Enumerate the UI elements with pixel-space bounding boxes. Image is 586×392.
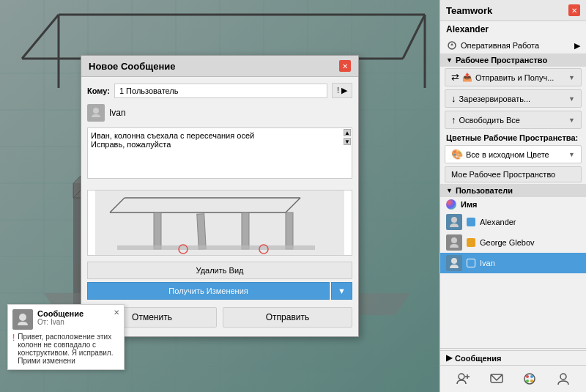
modal-titlebar: Новое Сообщение ✕ <box>81 56 358 77</box>
svg-point-53 <box>451 258 457 264</box>
notification-body: ! Привет, расположение этих колонн не со… <box>12 333 119 365</box>
from-label: От: <box>37 318 48 326</box>
notification-title: Сообщение <box>37 309 109 318</box>
to-value[interactable]: 1 Пользователь <box>114 84 327 98</box>
all-original-label: Все в исходном Цвете <box>466 150 549 159</box>
svg-point-63 <box>560 374 566 380</box>
users-chevron: ▼ <box>446 187 453 194</box>
svg-point-49 <box>19 314 26 321</box>
color-palette-icon[interactable] <box>521 370 538 388</box>
modal-body: Кому: 1 Пользователь ! ▶ Ivan ▲ <box>81 77 358 336</box>
svg-point-54 <box>459 374 464 380</box>
get-changes-button[interactable]: Получить Изменения <box>87 282 330 300</box>
user-item-george[interactable]: George Glebov <box>440 232 586 253</box>
notification-close[interactable]: ✕ <box>114 309 119 317</box>
alexander-color-dot <box>467 218 475 226</box>
svg-point-62 <box>530 380 533 382</box>
messages-chevron: ▶ <box>446 353 452 363</box>
user-row: Ivan <box>87 103 352 123</box>
add-user-icon[interactable] <box>454 370 472 388</box>
message-dialog: Новое Сообщение ✕ Кому: 1 Пользователь !… <box>81 55 359 337</box>
notification-from: От: Ivan <box>37 318 109 326</box>
from-user: Ivan <box>51 318 64 326</box>
svg-rect-42 <box>154 212 161 249</box>
reserve-label: Зарезервировать... <box>459 95 531 103</box>
alexander-avatar <box>446 214 462 230</box>
user-avatar-small <box>87 104 105 122</box>
modal-title: Новое Сообщение <box>89 61 176 72</box>
notification-avatar <box>12 309 33 330</box>
reserve-icon: ↓ <box>451 93 456 104</box>
release-dropdown: ▼ <box>568 117 575 124</box>
svg-rect-37 <box>95 191 344 255</box>
send-button[interactable]: Отправить <box>223 307 352 328</box>
users-list: Alexander George Glebov Ivan <box>440 212 586 347</box>
operative-arrow: ▶ <box>574 41 580 51</box>
ivan-name: Ivan <box>480 259 495 267</box>
george-avatar <box>446 234 462 251</box>
modal-close-button[interactable]: ✕ <box>339 60 351 72</box>
svg-point-60 <box>530 375 533 378</box>
warning-icon: ! <box>12 333 15 343</box>
my-workspace-button[interactable]: Мое Рабочее Пространство <box>445 166 582 182</box>
messages-label: Сообщения <box>455 354 501 363</box>
send-receive-dropdown: ▼ <box>568 74 575 81</box>
svg-rect-46 <box>117 245 315 250</box>
send-receive-icon: ⇄ <box>451 72 459 83</box>
george-color-dot <box>467 238 475 247</box>
users-section-header[interactable]: ▼ Пользователи <box>440 184 586 197</box>
panel-footer <box>440 365 586 392</box>
message-textarea[interactable] <box>87 127 352 179</box>
operative-work-section[interactable]: Оперативная Работа ▶ <box>440 37 586 53</box>
users-name-header: Имя <box>440 197 586 212</box>
message-icon[interactable] <box>488 370 505 388</box>
svg-point-58 <box>524 374 535 384</box>
name-header-label: Имя <box>461 200 477 209</box>
release-all-button[interactable]: ↑ Освободить Все ▼ <box>445 111 582 129</box>
release-icon: ↑ <box>451 114 456 125</box>
teamwork-panel: Teamwork ✕ Alexander Оперативная Работа … <box>440 0 586 392</box>
send-receive-button[interactable]: ⇄ 📤 Отправить и Получ... ▼ <box>445 68 582 86</box>
notification-title-row: Сообщение От: Ivan <box>37 309 109 326</box>
color-dropdown: ▼ <box>568 151 575 158</box>
svg-rect-44 <box>242 212 249 249</box>
to-options-button[interactable]: ! ▶ <box>332 83 352 98</box>
to-label: Кому: <box>87 86 110 95</box>
get-changes-dropdown[interactable]: ▼ <box>331 282 352 300</box>
reserve-dropdown: ▼ <box>568 95 575 103</box>
user-item-ivan[interactable]: Ivan <box>440 253 586 273</box>
user-item-alexander[interactable]: Alexander <box>440 212 586 232</box>
panel-close-button[interactable]: ✕ <box>568 4 580 16</box>
notification-header: Сообщение От: Ivan ✕ <box>12 309 119 330</box>
to-row: Кому: 1 Пользователь ! ▶ <box>87 83 352 98</box>
color-wheel-icon: 🎨 <box>451 149 463 160</box>
svg-rect-45 <box>286 212 293 249</box>
svg-point-52 <box>451 237 457 243</box>
person-icon[interactable] <box>555 370 572 388</box>
svg-point-36 <box>93 108 99 114</box>
alexander-name: Alexander <box>480 218 516 226</box>
svg-point-59 <box>526 375 529 378</box>
get-changes-row: Получить Изменения ▼ <box>87 282 352 300</box>
reserve-button[interactable]: ↓ Зарезервировать... ▼ <box>445 89 582 108</box>
operative-label: Оперативная Работа <box>461 41 571 50</box>
panel-username: Alexander <box>440 21 586 37</box>
notification-popup: Сообщение От: Ivan ✕ ! Привет, расположе… <box>7 304 125 370</box>
release-all-label: Освободить Все <box>459 116 520 125</box>
modal-footer: Отменить Отправить <box>87 307 352 330</box>
workspace-section-header[interactable]: ▼ Рабочее Пространство <box>440 53 586 67</box>
notification-message: Привет, расположение этих колонн не совп… <box>18 333 119 365</box>
messages-section[interactable]: ▶ Сообщения <box>440 350 586 365</box>
george-name: George Glebov <box>480 238 535 247</box>
send-receive-label: Отправить и Получ... <box>475 73 554 82</box>
svg-rect-43 <box>197 214 206 249</box>
panel-title: Teamwork <box>446 5 492 16</box>
operative-icon <box>446 40 458 51</box>
panel-divider <box>440 348 586 349</box>
user-name-label: Ivan <box>109 108 126 118</box>
svg-point-61 <box>526 380 529 382</box>
ivan-avatar <box>446 255 462 271</box>
color-header-icon <box>446 199 456 210</box>
all-original-color-button[interactable]: 🎨 Все в исходном Цвете ▼ <box>445 145 582 163</box>
delete-view-button[interactable]: Удалить Вид <box>87 262 352 279</box>
